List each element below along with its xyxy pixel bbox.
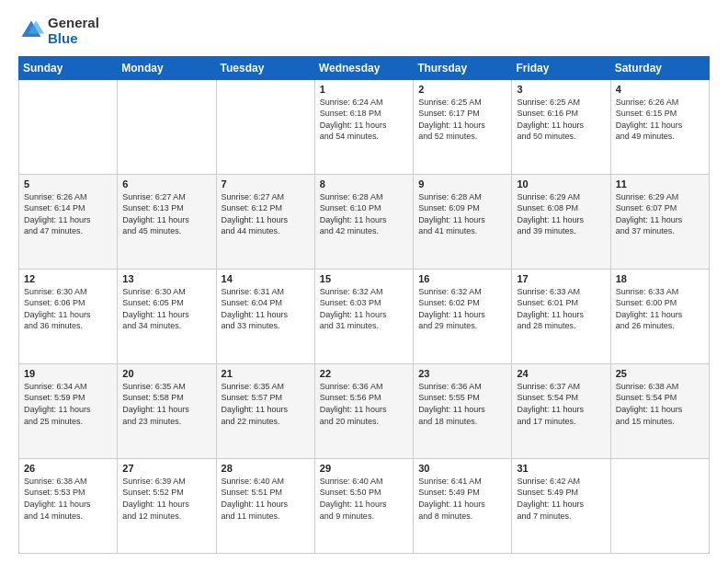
day-number: 24 — [517, 368, 605, 379]
cell-text: Sunrise: 6:28 AMSunset: 6:10 PMDaylight:… — [320, 191, 408, 237]
day-number: 26 — [24, 463, 112, 474]
cell-text: Sunrise: 6:38 AMSunset: 5:53 PMDaylight:… — [24, 476, 112, 522]
calendar-cell: 16Sunrise: 6:32 AMSunset: 6:02 PMDayligh… — [414, 269, 512, 363]
weekday-header-wednesday: Wednesday — [314, 56, 413, 79]
cell-text: Sunrise: 6:40 AMSunset: 5:50 PMDaylight:… — [320, 476, 408, 522]
week-row-5: 26Sunrise: 6:38 AMSunset: 5:53 PMDayligh… — [19, 458, 710, 553]
day-number: 19 — [24, 368, 112, 379]
cell-text: Sunrise: 6:27 AMSunset: 6:12 PMDaylight:… — [222, 191, 310, 237]
weekday-header-sunday: Sunday — [19, 56, 118, 79]
calendar-cell: 5Sunrise: 6:26 AMSunset: 6:14 PMDaylight… — [19, 174, 118, 269]
day-number: 14 — [222, 273, 310, 284]
day-number: 2 — [418, 84, 506, 95]
day-number: 21 — [222, 368, 310, 379]
cell-text: Sunrise: 6:32 AMSunset: 6:03 PMDaylight:… — [320, 286, 408, 332]
calendar-cell: 8Sunrise: 6:28 AMSunset: 6:10 PMDaylight… — [314, 174, 413, 269]
day-number: 11 — [616, 178, 704, 190]
calendar-cell: 10Sunrise: 6:29 AMSunset: 6:08 PMDayligh… — [512, 174, 610, 269]
cell-text: Sunrise: 6:38 AMSunset: 5:54 PMDaylight:… — [616, 381, 704, 427]
logo-icon — [18, 17, 44, 43]
day-number: 25 — [616, 368, 704, 379]
day-number: 8 — [320, 178, 408, 190]
calendar-table: SundayMondayTuesdayWednesdayThursdayFrid… — [18, 56, 710, 555]
day-number: 28 — [222, 463, 310, 474]
logo: General Blue — [18, 15, 99, 47]
calendar-cell: 7Sunrise: 6:27 AMSunset: 6:12 PMDaylight… — [216, 174, 314, 269]
cell-text: Sunrise: 6:42 AMSunset: 5:49 PMDaylight:… — [517, 476, 605, 522]
cell-text: Sunrise: 6:32 AMSunset: 6:02 PMDaylight:… — [418, 286, 506, 332]
header: General Blue — [18, 15, 710, 47]
calendar-cell: 19Sunrise: 6:34 AMSunset: 5:59 PMDayligh… — [19, 363, 118, 458]
cell-text: Sunrise: 6:24 AMSunset: 6:18 PMDaylight:… — [320, 97, 408, 143]
day-number: 13 — [122, 273, 210, 284]
calendar-cell: 26Sunrise: 6:38 AMSunset: 5:53 PMDayligh… — [19, 458, 118, 553]
logo-general: General — [48, 15, 99, 30]
day-number: 23 — [418, 368, 506, 379]
day-number: 30 — [418, 463, 506, 474]
page: General Blue SundayMondayTuesdayWednesda… — [0, 0, 728, 563]
weekday-header-row: SundayMondayTuesdayWednesdayThursdayFrid… — [19, 56, 710, 79]
day-number: 6 — [122, 178, 210, 190]
calendar-cell: 27Sunrise: 6:39 AMSunset: 5:52 PMDayligh… — [118, 458, 216, 553]
calendar-cell: 4Sunrise: 6:26 AMSunset: 6:15 PMDaylight… — [610, 79, 709, 174]
day-number: 9 — [418, 178, 506, 190]
day-number: 15 — [320, 273, 408, 284]
calendar-cell: 29Sunrise: 6:40 AMSunset: 5:50 PMDayligh… — [314, 458, 413, 553]
calendar-cell: 13Sunrise: 6:30 AMSunset: 6:05 PMDayligh… — [118, 269, 216, 363]
calendar-cell: 24Sunrise: 6:37 AMSunset: 5:54 PMDayligh… — [512, 363, 610, 458]
calendar-cell — [610, 458, 709, 553]
weekday-header-thursday: Thursday — [414, 56, 512, 79]
weekday-header-saturday: Saturday — [610, 56, 709, 79]
cell-text: Sunrise: 6:40 AMSunset: 5:51 PMDaylight:… — [222, 476, 310, 522]
day-number: 22 — [320, 368, 408, 379]
cell-text: Sunrise: 6:33 AMSunset: 6:00 PMDaylight:… — [616, 286, 704, 332]
week-row-3: 12Sunrise: 6:30 AMSunset: 6:06 PMDayligh… — [19, 269, 710, 363]
week-row-1: 1Sunrise: 6:24 AMSunset: 6:18 PMDaylight… — [19, 79, 710, 174]
cell-text: Sunrise: 6:26 AMSunset: 6:14 PMDaylight:… — [24, 191, 112, 237]
cell-text: Sunrise: 6:28 AMSunset: 6:09 PMDaylight:… — [418, 191, 506, 237]
weekday-header-tuesday: Tuesday — [216, 56, 314, 79]
cell-text: Sunrise: 6:34 AMSunset: 5:59 PMDaylight:… — [24, 381, 112, 427]
calendar-cell: 9Sunrise: 6:28 AMSunset: 6:09 PMDaylight… — [414, 174, 512, 269]
calendar-cell: 31Sunrise: 6:42 AMSunset: 5:49 PMDayligh… — [512, 458, 610, 553]
cell-text: Sunrise: 6:29 AMSunset: 6:07 PMDaylight:… — [616, 191, 704, 237]
day-number: 4 — [616, 84, 704, 95]
calendar-cell: 3Sunrise: 6:25 AMSunset: 6:16 PMDaylight… — [512, 79, 610, 174]
day-number: 1 — [320, 84, 408, 95]
day-number: 31 — [517, 463, 605, 474]
day-number: 20 — [122, 368, 210, 379]
cell-text: Sunrise: 6:30 AMSunset: 6:06 PMDaylight:… — [24, 286, 112, 332]
calendar-cell: 20Sunrise: 6:35 AMSunset: 5:58 PMDayligh… — [118, 363, 216, 458]
calendar-cell: 11Sunrise: 6:29 AMSunset: 6:07 PMDayligh… — [610, 174, 709, 269]
calendar-cell: 1Sunrise: 6:24 AMSunset: 6:18 PMDaylight… — [314, 79, 413, 174]
cell-text: Sunrise: 6:25 AMSunset: 6:16 PMDaylight:… — [517, 97, 605, 143]
cell-text: Sunrise: 6:26 AMSunset: 6:15 PMDaylight:… — [616, 97, 704, 143]
cell-text: Sunrise: 6:41 AMSunset: 5:49 PMDaylight:… — [418, 476, 506, 522]
cell-text: Sunrise: 6:25 AMSunset: 6:17 PMDaylight:… — [418, 97, 506, 143]
calendar-cell: 14Sunrise: 6:31 AMSunset: 6:04 PMDayligh… — [216, 269, 314, 363]
calendar-cell: 12Sunrise: 6:30 AMSunset: 6:06 PMDayligh… — [19, 269, 118, 363]
calendar-cell: 15Sunrise: 6:32 AMSunset: 6:03 PMDayligh… — [314, 269, 413, 363]
logo-blue: Blue — [48, 30, 78, 46]
cell-text: Sunrise: 6:35 AMSunset: 5:57 PMDaylight:… — [222, 381, 310, 427]
cell-text: Sunrise: 6:29 AMSunset: 6:08 PMDaylight:… — [517, 191, 605, 237]
cell-text: Sunrise: 6:30 AMSunset: 6:05 PMDaylight:… — [122, 286, 210, 332]
cell-text: Sunrise: 6:27 AMSunset: 6:13 PMDaylight:… — [122, 191, 210, 237]
day-number: 7 — [222, 178, 310, 190]
day-number: 3 — [517, 84, 605, 95]
cell-text: Sunrise: 6:33 AMSunset: 6:01 PMDaylight:… — [517, 286, 605, 332]
cell-text: Sunrise: 6:39 AMSunset: 5:52 PMDaylight:… — [122, 476, 210, 522]
week-row-4: 19Sunrise: 6:34 AMSunset: 5:59 PMDayligh… — [19, 363, 710, 458]
weekday-header-monday: Monday — [118, 56, 216, 79]
calendar-cell: 2Sunrise: 6:25 AMSunset: 6:17 PMDaylight… — [414, 79, 512, 174]
cell-text: Sunrise: 6:36 AMSunset: 5:56 PMDaylight:… — [320, 381, 408, 427]
cell-text: Sunrise: 6:35 AMSunset: 5:58 PMDaylight:… — [122, 381, 210, 427]
day-number: 17 — [517, 273, 605, 284]
logo-text: General Blue — [48, 15, 99, 47]
cell-text: Sunrise: 6:31 AMSunset: 6:04 PMDaylight:… — [222, 286, 310, 332]
day-number: 18 — [616, 273, 704, 284]
day-number: 12 — [24, 273, 112, 284]
calendar-cell: 17Sunrise: 6:33 AMSunset: 6:01 PMDayligh… — [512, 269, 610, 363]
cell-text: Sunrise: 6:36 AMSunset: 5:55 PMDaylight:… — [418, 381, 506, 427]
calendar-cell: 23Sunrise: 6:36 AMSunset: 5:55 PMDayligh… — [414, 363, 512, 458]
